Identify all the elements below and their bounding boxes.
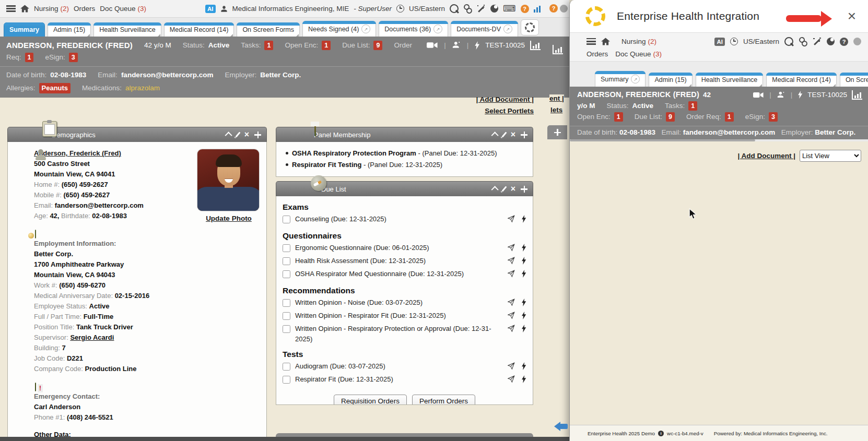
dashboard-icon[interactable] [534,5,541,13]
supervisor-link[interactable]: Sergio Acardi [70,333,114,341]
nav-doc-queue[interactable]: Doc Queue(3) [615,50,662,58]
collapse-panel-arrow[interactable] [560,424,568,429]
esign-badge[interactable]: 3 [769,112,778,122]
tab-admin[interactable]: Admin (15) [48,22,91,37]
ai-badge[interactable]: AI [714,38,725,46]
checkbox[interactable] [283,299,290,307]
due-list-badge[interactable]: 9 [373,41,382,50]
add-document-link[interactable]: | Add Document | [737,152,795,160]
close-icon[interactable]: × [244,130,249,139]
nav-orders[interactable]: Orders [74,5,95,13]
requisition-orders-button[interactable]: Requisition Orders [334,395,407,405]
collapse-icon[interactable] [491,132,499,139]
send-icon[interactable] [507,244,515,255]
tab-on-screen-forms[interactable]: On Screen Forms [237,22,300,37]
close-icon[interactable]: × [511,130,515,139]
select-portlets-link[interactable]: Select Portlets [485,107,534,115]
order-req-badge[interactable]: 1 [25,53,34,62]
lightning-icon[interactable] [522,244,526,255]
checkbox[interactable] [283,270,290,278]
tab-documents-dv[interactable]: Documents-DV↗ [451,21,518,37]
portlet-header[interactable]: Due List × [276,181,533,196]
checkbox[interactable] [283,257,290,265]
nav-doc-queue[interactable]: Doc Queue(3) [100,5,146,13]
quick-action-icon[interactable] [798,91,803,99]
add-user-icon[interactable] [452,41,461,49]
send-icon[interactable] [507,215,515,226]
tab-medical-record[interactable]: Medical Record (14) [164,22,234,37]
perform-orders-button[interactable]: Perform Orders [412,395,475,405]
keyboard-icon[interactable]: ⌨ [503,4,516,13]
close-icon[interactable]: × [511,185,515,193]
edit-icon[interactable] [236,132,241,137]
popout-icon[interactable]: ↗ [433,25,442,33]
checkbox[interactable] [283,216,290,223]
lightning-icon[interactable] [522,270,526,281]
lightning-icon[interactable] [522,299,526,309]
link-icon[interactable] [462,3,474,14]
collapse-icon[interactable] [225,132,232,139]
lightning-icon[interactable] [522,215,526,226]
close-icon[interactable]: × [846,9,858,23]
timezone-label[interactable]: US/Eastern [743,38,779,45]
add-document-link[interactable]: | Add Document | [476,96,534,103]
tab-health-surveillance[interactable]: Health Surveillance [93,22,161,37]
help-icon[interactable]: ? [840,38,848,46]
portlet-header[interactable]: Demographics × [7,127,267,142]
wand-icon[interactable] [477,5,486,13]
order-req-badge[interactable]: 1 [725,112,734,122]
lightning-icon[interactable] [522,375,526,386]
menu-icon[interactable] [6,5,16,12]
patient-name[interactable]: ANDERSON, FREDERICK (FRED) [6,39,133,51]
send-icon[interactable] [507,312,515,323]
checkbox[interactable] [283,244,290,252]
lightning-icon[interactable] [522,362,526,373]
checkbox[interactable] [283,325,290,333]
home-icon[interactable] [20,5,29,13]
open-enc-badge[interactable]: 1 [322,41,331,50]
medication-link[interactable]: alprazolam [125,81,160,94]
tab-summary[interactable]: Summary↗ [595,71,646,87]
edit-icon[interactable] [502,132,507,137]
esign-badge[interactable]: 3 [69,53,78,62]
wand-icon[interactable] [813,38,822,46]
send-icon[interactable] [507,299,515,309]
chart-icon[interactable] [852,90,862,100]
edit-icon[interactable] [502,186,507,192]
info-icon[interactable]: i [658,431,664,436]
send-icon[interactable] [507,257,515,268]
portlet-header[interactable]: Panel Membership × [276,127,533,142]
collapse-icon[interactable] [491,186,499,193]
help-icon[interactable]: ? [521,5,529,13]
search-icon[interactable] [450,4,459,13]
chart-icon[interactable] [530,41,541,50]
popout-icon[interactable]: ↗ [503,25,512,33]
tab-admin[interactable]: Admin (15) [649,73,692,87]
tab-summary[interactable]: Summary [4,22,45,37]
search-icon[interactable] [784,37,793,46]
tab-on-screen-forms[interactable]: On Screen Forms [840,73,868,87]
nav-nursing[interactable]: Nursing(2) [34,5,69,13]
tab-documents[interactable]: Documents (36)↗ [379,21,448,37]
globe-icon[interactable] [490,5,498,13]
popout-icon[interactable]: ↗ [361,25,370,33]
tab-health-surveillance[interactable]: Health Surveillance [696,73,764,87]
send-icon[interactable] [507,375,515,386]
move-icon[interactable] [521,186,527,193]
tab-settings-button[interactable] [521,19,539,35]
video-call-icon[interactable] [427,42,438,49]
patient-name[interactable]: ANDERSON, FREDERICK (FRED) [577,89,699,100]
lightning-icon[interactable] [522,257,526,268]
chart-id[interactable]: TEST-10025 [807,89,847,100]
checkbox[interactable] [283,312,290,320]
update-photo-link[interactable]: Update Photo [206,213,252,224]
tasks-badge[interactable]: 1 [688,101,697,111]
menu-icon[interactable] [587,38,596,45]
add-user-icon[interactable] [777,91,785,99]
allergy-badge[interactable]: Peanuts [39,83,71,93]
due-list-badge[interactable]: 9 [666,112,675,122]
link-icon[interactable] [797,36,809,47]
send-icon[interactable] [507,325,515,336]
lightning-icon[interactable] [522,312,526,323]
chart-id[interactable]: TEST-10025 [485,39,525,51]
